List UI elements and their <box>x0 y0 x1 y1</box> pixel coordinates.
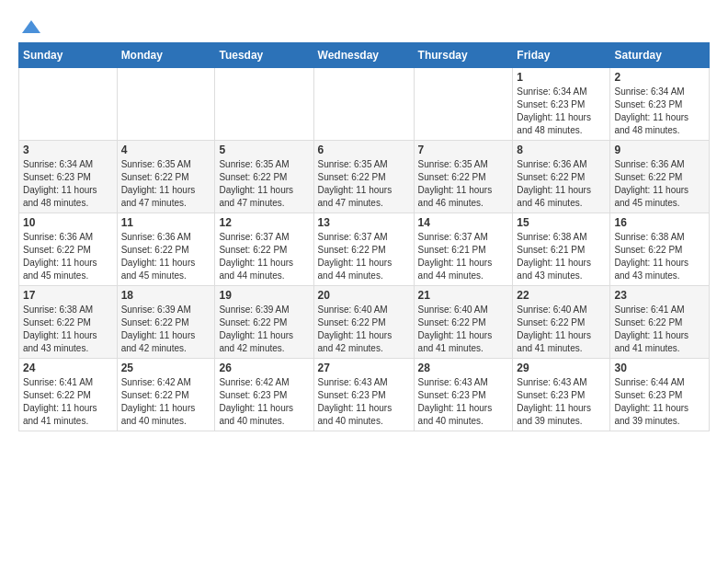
logo-icon <box>20 18 42 35</box>
calendar-cell <box>215 68 313 141</box>
day-number: 16 <box>614 216 705 229</box>
calendar-cell: 1Sunrise: 6:34 AM Sunset: 6:23 PM Daylig… <box>513 68 610 141</box>
calendar-cell: 29Sunrise: 6:43 AM Sunset: 6:23 PM Dayli… <box>513 359 610 431</box>
calendar-cell: 26Sunrise: 6:42 AM Sunset: 6:23 PM Dayli… <box>215 359 313 431</box>
calendar-header: SundayMondayTuesdayWednesdayThursdayFrid… <box>19 43 710 68</box>
day-number: 29 <box>517 362 606 374</box>
column-header-sunday: Sunday <box>19 43 118 68</box>
calendar-week-3: 10Sunrise: 6:36 AM Sunset: 6:22 PM Dayli… <box>19 213 710 286</box>
calendar-cell <box>19 68 118 141</box>
cell-info: Sunrise: 6:43 AM Sunset: 6:23 PM Dayligh… <box>517 376 606 428</box>
day-number: 22 <box>517 289 606 302</box>
calendar-cell: 28Sunrise: 6:43 AM Sunset: 6:23 PM Dayli… <box>414 359 513 431</box>
day-number: 9 <box>614 144 705 156</box>
cell-info: Sunrise: 6:40 AM Sunset: 6:22 PM Dayligh… <box>418 304 509 355</box>
calendar-cell: 19Sunrise: 6:39 AM Sunset: 6:22 PM Dayli… <box>215 286 313 359</box>
calendar-cell <box>414 68 513 141</box>
day-number: 23 <box>614 289 705 302</box>
calendar-week-1: 1Sunrise: 6:34 AM Sunset: 6:23 PM Daylig… <box>19 68 710 141</box>
cell-info: Sunrise: 6:37 AM Sunset: 6:22 PM Dayligh… <box>219 231 309 282</box>
calendar-body: 1Sunrise: 6:34 AM Sunset: 6:23 PM Daylig… <box>19 68 710 431</box>
day-number: 19 <box>219 289 309 302</box>
calendar-cell: 21Sunrise: 6:40 AM Sunset: 6:22 PM Dayli… <box>414 286 513 359</box>
cell-info: Sunrise: 6:34 AM Sunset: 6:23 PM Dayligh… <box>517 86 606 137</box>
day-number: 11 <box>121 216 211 229</box>
day-number: 20 <box>318 289 410 302</box>
calendar-cell: 24Sunrise: 6:41 AM Sunset: 6:22 PM Dayli… <box>19 359 118 431</box>
column-header-saturday: Saturday <box>610 43 710 68</box>
day-number: 3 <box>23 144 113 156</box>
column-header-monday: Monday <box>117 43 215 68</box>
day-number: 12 <box>219 216 309 229</box>
calendar-cell: 25Sunrise: 6:42 AM Sunset: 6:22 PM Dayli… <box>117 359 215 431</box>
calendar-cell: 2Sunrise: 6:34 AM Sunset: 6:23 PM Daylig… <box>610 68 710 141</box>
day-number: 24 <box>23 362 113 374</box>
column-header-wednesday: Wednesday <box>313 43 414 68</box>
calendar-cell: 30Sunrise: 6:44 AM Sunset: 6:23 PM Dayli… <box>610 359 710 431</box>
cell-info: Sunrise: 6:34 AM Sunset: 6:23 PM Dayligh… <box>23 158 113 210</box>
cell-info: Sunrise: 6:42 AM Sunset: 6:23 PM Dayligh… <box>219 376 309 428</box>
cell-info: Sunrise: 6:41 AM Sunset: 6:22 PM Dayligh… <box>614 304 705 355</box>
cell-info: Sunrise: 6:36 AM Sunset: 6:22 PM Dayligh… <box>121 231 211 282</box>
logo <box>18 18 42 35</box>
cell-info: Sunrise: 6:44 AM Sunset: 6:23 PM Dayligh… <box>614 376 705 428</box>
cell-info: Sunrise: 6:36 AM Sunset: 6:22 PM Dayligh… <box>517 158 606 210</box>
cell-info: Sunrise: 6:35 AM Sunset: 6:22 PM Dayligh… <box>418 158 509 210</box>
cell-info: Sunrise: 6:37 AM Sunset: 6:22 PM Dayligh… <box>318 231 410 282</box>
calendar-cell: 9Sunrise: 6:36 AM Sunset: 6:22 PM Daylig… <box>610 141 710 213</box>
cell-info: Sunrise: 6:40 AM Sunset: 6:22 PM Dayligh… <box>318 304 410 355</box>
calendar-cell: 11Sunrise: 6:36 AM Sunset: 6:22 PM Dayli… <box>117 213 215 286</box>
calendar-cell: 7Sunrise: 6:35 AM Sunset: 6:22 PM Daylig… <box>414 141 513 213</box>
day-number: 25 <box>121 362 211 374</box>
column-header-friday: Friday <box>513 43 610 68</box>
calendar-cell: 6Sunrise: 6:35 AM Sunset: 6:22 PM Daylig… <box>313 141 414 213</box>
page-container: SundayMondayTuesdayWednesdayThursdayFrid… <box>0 0 728 441</box>
day-number: 21 <box>418 289 509 302</box>
calendar-cell: 8Sunrise: 6:36 AM Sunset: 6:22 PM Daylig… <box>513 141 610 213</box>
day-number: 10 <box>23 216 113 229</box>
cell-info: Sunrise: 6:41 AM Sunset: 6:22 PM Dayligh… <box>23 376 113 428</box>
column-header-tuesday: Tuesday <box>215 43 313 68</box>
day-number: 5 <box>219 144 309 156</box>
day-number: 18 <box>121 289 211 302</box>
cell-info: Sunrise: 6:35 AM Sunset: 6:22 PM Dayligh… <box>318 158 410 210</box>
cell-info: Sunrise: 6:43 AM Sunset: 6:23 PM Dayligh… <box>418 376 509 428</box>
cell-info: Sunrise: 6:36 AM Sunset: 6:22 PM Dayligh… <box>23 231 113 282</box>
header-row: SundayMondayTuesdayWednesdayThursdayFrid… <box>19 43 710 68</box>
day-number: 6 <box>318 144 410 156</box>
calendar-cell: 17Sunrise: 6:38 AM Sunset: 6:22 PM Dayli… <box>19 286 118 359</box>
cell-info: Sunrise: 6:34 AM Sunset: 6:23 PM Dayligh… <box>614 86 705 137</box>
day-number: 1 <box>517 71 606 84</box>
day-number: 15 <box>517 216 606 229</box>
calendar-cell: 10Sunrise: 6:36 AM Sunset: 6:22 PM Dayli… <box>19 213 118 286</box>
cell-info: Sunrise: 6:39 AM Sunset: 6:22 PM Dayligh… <box>219 304 309 355</box>
day-number: 26 <box>219 362 309 374</box>
cell-info: Sunrise: 6:37 AM Sunset: 6:21 PM Dayligh… <box>418 231 509 282</box>
day-number: 2 <box>614 71 705 84</box>
calendar-cell: 14Sunrise: 6:37 AM Sunset: 6:21 PM Dayli… <box>414 213 513 286</box>
cell-info: Sunrise: 6:40 AM Sunset: 6:22 PM Dayligh… <box>517 304 606 355</box>
calendar-cell <box>313 68 414 141</box>
calendar-week-5: 24Sunrise: 6:41 AM Sunset: 6:22 PM Dayli… <box>19 359 710 431</box>
day-number: 14 <box>418 216 509 229</box>
cell-info: Sunrise: 6:38 AM Sunset: 6:21 PM Dayligh… <box>517 231 606 282</box>
calendar-table: SundayMondayTuesdayWednesdayThursdayFrid… <box>18 42 710 431</box>
calendar-cell: 5Sunrise: 6:35 AM Sunset: 6:22 PM Daylig… <box>215 141 313 213</box>
calendar-cell <box>117 68 215 141</box>
calendar-week-4: 17Sunrise: 6:38 AM Sunset: 6:22 PM Dayli… <box>19 286 710 359</box>
calendar-cell: 3Sunrise: 6:34 AM Sunset: 6:23 PM Daylig… <box>19 141 118 213</box>
svg-marker-0 <box>22 20 40 33</box>
cell-info: Sunrise: 6:43 AM Sunset: 6:23 PM Dayligh… <box>318 376 410 428</box>
cell-info: Sunrise: 6:36 AM Sunset: 6:22 PM Dayligh… <box>614 158 705 210</box>
calendar-week-2: 3Sunrise: 6:34 AM Sunset: 6:23 PM Daylig… <box>19 141 710 213</box>
day-number: 7 <box>418 144 509 156</box>
header-row <box>18 18 710 35</box>
day-number: 27 <box>318 362 410 374</box>
cell-info: Sunrise: 6:35 AM Sunset: 6:22 PM Dayligh… <box>121 158 211 210</box>
day-number: 4 <box>121 144 211 156</box>
calendar-cell: 18Sunrise: 6:39 AM Sunset: 6:22 PM Dayli… <box>117 286 215 359</box>
cell-info: Sunrise: 6:39 AM Sunset: 6:22 PM Dayligh… <box>121 304 211 355</box>
calendar-cell: 4Sunrise: 6:35 AM Sunset: 6:22 PM Daylig… <box>117 141 215 213</box>
day-number: 28 <box>418 362 509 374</box>
calendar-cell: 16Sunrise: 6:38 AM Sunset: 6:22 PM Dayli… <box>610 213 710 286</box>
